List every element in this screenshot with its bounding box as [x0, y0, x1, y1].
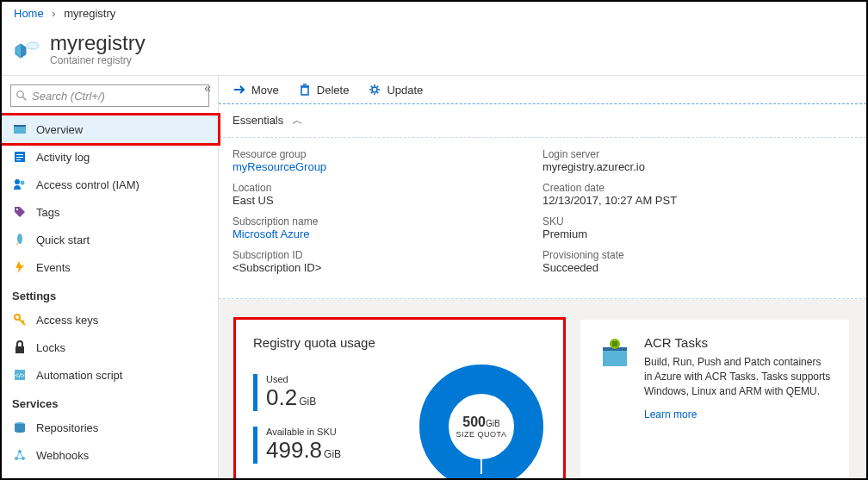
acr-tasks-title: ACR Tasks	[644, 335, 832, 350]
acr-tasks-desc: Build, Run, Push and Patch containers in…	[644, 355, 832, 398]
essentials-label: Essentials	[232, 114, 283, 127]
location-value: East US	[232, 194, 542, 207]
sidebar-item-automation-script[interactable]: </> Automation script	[2, 361, 218, 389]
chevron-right-icon: ›	[52, 7, 55, 20]
delete-label: Delete	[317, 84, 350, 97]
events-icon	[12, 259, 28, 275]
breadcrumb-home[interactable]: Home	[14, 7, 44, 20]
used-label: Used	[266, 374, 417, 384]
svg-rect-6	[16, 154, 23, 155]
delete-button[interactable]: Delete	[298, 83, 350, 97]
subscription-link[interactable]: Microsoft Azure	[232, 228, 542, 240]
sidebar-item-label: Access keys	[36, 314, 98, 327]
ess-label: Provisioning state	[542, 249, 852, 261]
svg-text:</>: </>	[15, 371, 25, 379]
sidebar-item-label: Locks	[36, 341, 65, 354]
ess-label: Login server	[542, 148, 852, 160]
script-icon: </>	[12, 367, 28, 383]
sidebar-item-webhooks[interactable]: Webhooks	[2, 441, 218, 469]
sidebar-item-label: Repositories	[36, 421, 98, 434]
key-icon	[12, 312, 28, 327]
toolbar: Move Delete Update	[219, 76, 866, 104]
subscription-id-value: <Subscription ID>	[232, 261, 542, 274]
svg-point-27	[372, 87, 377, 92]
iam-icon	[12, 177, 28, 192]
repos-icon	[12, 420, 28, 435]
sidebar-item-access-control[interactable]: Access control (IAM)	[2, 171, 218, 198]
used-value: 0.2	[266, 384, 297, 410]
sidebar-item-locks[interactable]: Locks	[2, 334, 218, 361]
sidebar-item-label: Events	[36, 261, 71, 274]
acr-tasks-card: ACR Tasks Build, Run, Push and Patch con…	[580, 320, 849, 480]
sidebar-section-settings: Settings	[2, 281, 218, 306]
quota-usage-card: Registry quota usage Used 0.2GiB Availab…	[236, 320, 563, 480]
svg-point-12	[17, 234, 22, 244]
chevron-up-icon: ︿	[292, 114, 303, 127]
learn-more-link[interactable]: Learn more	[644, 408, 697, 421]
donut-center-value: 500	[462, 415, 486, 429]
svg-rect-4	[14, 125, 26, 127]
donut-center-sub: SIZE QUOTA	[456, 430, 507, 439]
sidebar-item-events[interactable]: Events	[2, 253, 218, 281]
collapse-sidebar-icon[interactable]: «	[204, 81, 211, 95]
container-registry-icon	[14, 37, 41, 61]
ess-label: Location	[232, 182, 542, 194]
sidebar-item-activity-log[interactable]: Activity log	[2, 143, 218, 171]
update-button[interactable]: Update	[368, 83, 423, 97]
search-icon	[16, 90, 27, 101]
rocket-icon	[12, 232, 28, 247]
quota-title: Registry quota usage	[253, 335, 546, 350]
overview-icon	[12, 122, 28, 137]
svg-point-10	[21, 181, 25, 185]
webhook-icon	[12, 447, 28, 463]
move-label: Move	[251, 84, 279, 97]
sidebar-item-access-keys[interactable]: Access keys	[2, 306, 218, 334]
page-subtitle: Container registry	[50, 54, 146, 66]
update-label: Update	[387, 84, 423, 97]
move-button[interactable]: Move	[232, 83, 279, 97]
available-label: Available in SKU	[266, 427, 417, 437]
svg-rect-16	[16, 346, 24, 353]
resource-header: myregistry Container registry	[2, 25, 866, 76]
search-input[interactable]: Search (Ctrl+/)	[10, 84, 209, 107]
ess-label: Creation date	[542, 182, 852, 194]
sidebar-item-label: Automation script	[36, 369, 122, 382]
search-placeholder: Search (Ctrl+/)	[32, 90, 105, 103]
sidebar-item-label: Overview	[36, 123, 83, 136]
svg-point-11	[16, 209, 18, 210]
resource-group-link[interactable]: myResourceGroup	[232, 160, 542, 173]
svg-point-1	[17, 91, 24, 98]
quota-donut-chart: 500GiB SIZE QUOTA	[417, 362, 546, 480]
ess-label: Subscription name	[232, 215, 542, 228]
login-server-value: myregistry.azurecr.io	[542, 160, 852, 173]
sidebar-item-label: Tags	[36, 206, 59, 219]
svg-rect-7	[16, 157, 23, 158]
trash-icon	[298, 83, 312, 97]
sidebar-item-tags[interactable]: Tags	[2, 198, 218, 226]
sidebar: « Search (Ctrl+/) Overview Activity log …	[2, 76, 219, 480]
sidebar-item-label: Activity log	[36, 151, 90, 164]
sidebar-item-label: Quick start	[36, 234, 90, 246]
sidebar-item-label: Webhooks	[36, 449, 89, 462]
available-value: 499.8	[266, 437, 322, 463]
sidebar-item-label: Access control (IAM)	[36, 178, 140, 191]
gear-icon	[368, 83, 381, 97]
lock-icon	[12, 340, 28, 355]
svg-rect-33	[612, 341, 617, 346]
sidebar-item-overview[interactable]: Overview	[2, 115, 218, 143]
svg-line-15	[22, 321, 24, 322]
svg-point-9	[15, 179, 20, 184]
arrow-right-icon	[232, 83, 246, 97]
ess-label: Subscription ID	[232, 249, 542, 261]
breadcrumb-current: myregistry	[64, 7, 115, 20]
donut-center-unit: GiB	[486, 419, 500, 428]
creation-date-value: 12/13/2017, 10:27 AM PST	[542, 194, 852, 207]
breadcrumb: Home › myregistry	[2, 2, 866, 25]
sidebar-section-services: Services	[2, 389, 218, 414]
sidebar-item-repositories[interactable]: Repositories	[2, 414, 218, 441]
svg-rect-8	[16, 159, 21, 160]
acr-tasks-icon	[598, 335, 632, 480]
sidebar-item-quick-start[interactable]: Quick start	[2, 226, 218, 253]
essentials-toggle[interactable]: Essentials ︿	[219, 104, 866, 138]
used-unit: GiB	[299, 396, 316, 408]
